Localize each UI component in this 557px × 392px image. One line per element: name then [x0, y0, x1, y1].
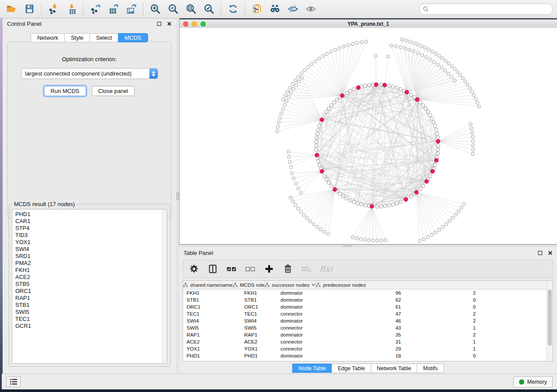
cell-name: SWI4 — [241, 318, 276, 323]
close-panel-button[interactable] — [166, 21, 172, 26]
list-item[interactable]: PMA2 — [15, 260, 167, 267]
list-item[interactable]: ORC1 — [15, 288, 167, 295]
zoom-fit-button[interactable] — [184, 2, 198, 16]
add-column-button[interactable] — [263, 263, 275, 275]
list-item[interactable]: STP4 — [15, 225, 167, 232]
toolbar-separator — [245, 3, 246, 15]
table-row[interactable]: ORC1 ORC1 dominator 61 0 — [183, 303, 553, 310]
table-row[interactable]: RAP1 RAP1 dominator 35 2 — [183, 331, 553, 338]
minimize-traffic-light[interactable] — [192, 21, 197, 27]
table-row[interactable]: SWI5 SWI5 connector 43 1 — [183, 324, 553, 331]
export-image-button[interactable] — [124, 2, 138, 16]
list-item[interactable]: SRD1 — [15, 253, 167, 260]
list-item[interactable]: TID3 — [15, 232, 167, 239]
cell-shared-name: SWI5 — [183, 325, 241, 330]
list-item[interactable]: FKH1 — [15, 267, 167, 274]
zoom-in-button[interactable] — [148, 2, 163, 16]
float-panel-button[interactable] — [537, 250, 543, 255]
zoom-in-icon — [150, 3, 161, 14]
export-table-button[interactable] — [106, 2, 121, 16]
function-icon: f(x) — [320, 265, 332, 273]
criterion-select[interactable]: largest connected component (undirected) — [21, 68, 158, 79]
search-input[interactable] — [431, 5, 549, 13]
column-header-label: MCDS role — [240, 282, 264, 288]
table-tab[interactable]: Motifs — [417, 364, 443, 373]
style-visibility-button[interactable] — [286, 2, 300, 16]
column-header[interactable]: MCDS role — [233, 281, 265, 289]
table-tab[interactable]: Node Table — [292, 364, 332, 373]
list-item[interactable]: CAR1 — [15, 218, 167, 225]
open-folder-button[interactable] — [4, 2, 19, 16]
mcds-result-list[interactable]: PHD1 CAR1 STP4 TID3 YOX1 SWI4 SRD1 PMA2 … — [12, 209, 167, 364]
function-builder-button[interactable]: f(x) — [320, 263, 332, 275]
cell-mcds-role: connector — [276, 311, 342, 316]
float-panel-button[interactable] — [156, 21, 162, 26]
select-all-button[interactable] — [226, 263, 237, 275]
close-traffic-light[interactable] — [183, 21, 188, 27]
export-network-button[interactable] — [88, 2, 103, 16]
mcds-list-scrollbar[interactable] — [162, 210, 167, 363]
cell-name: TEC1 — [241, 311, 276, 316]
column-header[interactable]: name — [220, 281, 233, 289]
zoom-selected-button[interactable] — [202, 2, 216, 16]
list-item[interactable]: PHD1 — [15, 211, 167, 218]
control-panel-tab[interactable]: Network — [31, 33, 64, 42]
control-panel-tab[interactable]: Select — [90, 33, 118, 42]
save-button[interactable] — [22, 2, 37, 16]
import-network-button[interactable] — [46, 2, 61, 16]
close-mcds-panel-button[interactable]: Close panel — [92, 86, 135, 96]
list-item[interactable]: RAP1 — [15, 295, 167, 302]
visibility-button[interactable] — [304, 2, 318, 16]
table-tab[interactable]: Network Table — [371, 364, 417, 373]
refresh-button[interactable] — [226, 2, 240, 16]
search-binoculars-button[interactable] — [268, 2, 282, 16]
list-item[interactable]: ACE2 — [15, 274, 167, 281]
cell-successor-nodes: 61 — [342, 304, 406, 309]
table-row[interactable]: TEC1 TEC1 connector 47 2 — [183, 310, 553, 317]
list-item[interactable]: YOX1 — [15, 239, 167, 246]
list-item[interactable]: GCR1 — [15, 323, 167, 330]
table-row[interactable]: SWI4 SWI4 dominator 46 2 — [183, 317, 553, 324]
deselect-all-icon — [245, 264, 256, 274]
table-scrollbar[interactable] — [547, 281, 553, 361]
control-panel-tab[interactable]: MCDS — [118, 33, 148, 42]
cell-mcds-role: dominator — [276, 318, 342, 323]
list-item[interactable]: STB5 — [15, 281, 167, 288]
network-canvas[interactable] — [180, 28, 557, 244]
show-columns-button[interactable] — [207, 263, 218, 275]
control-panel-tab[interactable]: Style — [64, 33, 90, 42]
table-scrollbar-thumb[interactable] — [548, 289, 552, 346]
run-mcds-button[interactable]: Run MCDS — [44, 86, 86, 96]
cell-name: ORC1 — [241, 304, 276, 309]
list-item[interactable]: STB1 — [15, 302, 167, 309]
network-from-selection-button[interactable] — [250, 2, 264, 16]
list-item[interactable]: TEC1 — [15, 316, 167, 323]
close-panel-button[interactable] — [547, 250, 553, 255]
binoculars-icon — [270, 3, 280, 14]
table-tab[interactable]: Edge Table — [332, 364, 370, 373]
column-header[interactable]: predecessor nodes — [316, 281, 366, 289]
table-row[interactable]: FKH1 FKH1 dominator 96 2 — [183, 289, 553, 296]
deselect-all-button[interactable] — [245, 263, 256, 275]
column-header[interactable]: successor nodes — [265, 281, 316, 289]
task-history-button[interactable] — [6, 376, 21, 387]
maximize-traffic-light[interactable] — [201, 21, 206, 27]
table-settings-button[interactable] — [188, 263, 200, 275]
delete-table-button[interactable] — [301, 263, 312, 275]
network-window-titlebar[interactable]: YPA_prune.txt_1 — [180, 20, 557, 28]
zoom-out-button[interactable] — [166, 2, 180, 16]
network-graph[interactable] — [180, 28, 557, 244]
memory-button[interactable]: Memory — [513, 376, 553, 388]
table-row[interactable]: YOX1 YOX1 connector 29 1 — [183, 345, 553, 352]
table-row[interactable]: PHD1 PHD1 dominator 18 0 — [183, 352, 553, 359]
column-header[interactable]: shared name — [183, 281, 220, 289]
column-header-label: name — [220, 282, 232, 288]
delete-column-button[interactable] — [282, 263, 294, 275]
table-row[interactable]: ACE2 ACE2 connector 31 1 — [183, 338, 553, 345]
import-table-button[interactable] — [64, 2, 79, 16]
cell-shared-name: PHD1 — [183, 353, 241, 358]
table-row[interactable]: STB1 STB1 dominator 62 0 — [183, 296, 553, 303]
list-item[interactable]: SWI5 — [15, 309, 167, 316]
network-attribute-icon — [316, 282, 321, 287]
list-item[interactable]: SWI4 — [15, 246, 167, 253]
